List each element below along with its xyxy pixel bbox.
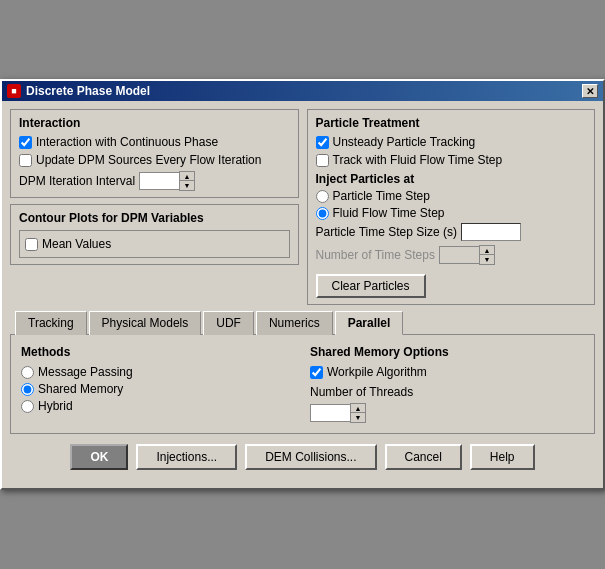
injections-button[interactable]: Injections... — [136, 444, 237, 470]
shared-memory-radio[interactable] — [21, 383, 34, 396]
particle-treatment-group: Particle Treatment Unsteady Particle Tra… — [307, 109, 596, 305]
particle-step-radio[interactable] — [316, 190, 329, 203]
track-fluid-label: Track with Fluid Flow Time Step — [333, 153, 503, 167]
num-timesteps-spin-up[interactable]: ▲ — [480, 246, 494, 255]
content-area: Interaction Interaction with Continuous … — [2, 101, 603, 488]
tab-bar: Tracking Physical Models UDF Numerics Pa… — [10, 311, 595, 335]
unsteady-tracking-checkbox[interactable] — [316, 136, 329, 149]
num-timesteps-label: Number of Time Steps — [316, 248, 435, 262]
update-dpm-label: Update DPM Sources Every Flow Iteration — [36, 153, 261, 167]
contour-title: Contour Plots for DPM Variables — [19, 211, 290, 225]
workpile-label: Workpile Algorithm — [327, 365, 427, 379]
num-timesteps-spin-buttons: ▲ ▼ — [479, 245, 495, 265]
tab-udf[interactable]: UDF — [203, 311, 254, 335]
interaction-group: Interaction Interaction with Continuous … — [10, 109, 299, 198]
message-passing-label: Message Passing — [38, 365, 133, 379]
num-threads-spin-buttons: ▲ ▼ — [350, 403, 366, 423]
mean-values-label: Mean Values — [42, 237, 111, 251]
cancel-button[interactable]: Cancel — [385, 444, 462, 470]
contour-inner-box: Mean Values — [19, 230, 290, 258]
inject-particles-title: Inject Particles at — [316, 172, 587, 186]
fluid-step-row: Fluid Flow Time Step — [316, 206, 587, 220]
continuous-phase-checkbox[interactable] — [19, 136, 32, 149]
right-panel: Particle Treatment Unsteady Particle Tra… — [307, 109, 596, 311]
hybrid-radio[interactable] — [21, 400, 34, 413]
shared-options-panel: Shared Memory Options Workpile Algorithm… — [310, 345, 584, 423]
contour-group: Contour Plots for DPM Variables Mean Val… — [10, 204, 299, 265]
top-panels: Interaction Interaction with Continuous … — [10, 109, 595, 311]
titlebar-left: ■ Discrete Phase Model — [7, 84, 150, 98]
num-threads-label: Number of Threads — [310, 385, 584, 399]
titlebar: ■ Discrete Phase Model ✕ — [2, 81, 603, 101]
hybrid-row: Hybrid — [21, 399, 295, 413]
num-timesteps-spinbox: 1 ▲ ▼ — [439, 245, 495, 265]
footer-bar: OK Injections... DEM Collisions... Cance… — [10, 434, 595, 480]
num-timesteps-row: Number of Time Steps 1 ▲ ▼ — [316, 245, 587, 265]
iteration-spin-buttons: ▲ ▼ — [179, 171, 195, 191]
iteration-interval-row: DPM Iteration Interval 10 ▲ ▼ — [19, 171, 290, 191]
message-passing-row: Message Passing — [21, 365, 295, 379]
shared-options-title: Shared Memory Options — [310, 345, 584, 359]
shared-memory-row: Shared Memory — [21, 382, 295, 396]
app-icon: ■ — [7, 84, 21, 98]
fluid-step-radio[interactable] — [316, 207, 329, 220]
workpile-checkbox[interactable] — [310, 366, 323, 379]
continuous-phase-label: Interaction with Continuous Phase — [36, 135, 218, 149]
track-fluid-checkbox[interactable] — [316, 154, 329, 167]
timestep-size-label: Particle Time Step Size (s) — [316, 225, 457, 239]
num-threads-input[interactable]: 4 — [310, 404, 350, 422]
unsteady-tracking-label: Unsteady Particle Tracking — [333, 135, 476, 149]
particle-step-label: Particle Time Step — [333, 189, 430, 203]
iteration-interval-input[interactable]: 10 — [139, 172, 179, 190]
track-fluid-row: Track with Fluid Flow Time Step — [316, 153, 587, 167]
hybrid-label: Hybrid — [38, 399, 73, 413]
tab-numerics[interactable]: Numerics — [256, 311, 333, 335]
update-dpm-checkbox[interactable] — [19, 154, 32, 167]
parallel-panels: Methods Message Passing Shared Memory Hy… — [21, 345, 584, 423]
iteration-spinbox: 10 ▲ ▼ — [139, 171, 195, 191]
iteration-spin-down[interactable]: ▼ — [180, 181, 194, 190]
methods-title: Methods — [21, 345, 295, 359]
num-timesteps-input[interactable]: 1 — [439, 246, 479, 264]
interaction-title: Interaction — [19, 116, 290, 130]
methods-panel: Methods Message Passing Shared Memory Hy… — [21, 345, 295, 423]
main-window: ■ Discrete Phase Model ✕ Interaction Int… — [0, 79, 605, 490]
num-threads-spin-down[interactable]: ▼ — [351, 413, 365, 422]
num-timesteps-spin-down[interactable]: ▼ — [480, 255, 494, 264]
ok-button[interactable]: OK — [70, 444, 128, 470]
num-threads-spin-up[interactable]: ▲ — [351, 404, 365, 413]
particle-treatment-title: Particle Treatment — [316, 116, 587, 130]
unsteady-tracking-row: Unsteady Particle Tracking — [316, 135, 587, 149]
tab-tracking[interactable]: Tracking — [15, 311, 87, 335]
window-title: Discrete Phase Model — [26, 84, 150, 98]
update-dpm-row: Update DPM Sources Every Flow Iteration — [19, 153, 290, 167]
timestep-size-row: Particle Time Step Size (s) 0.0001 — [316, 223, 587, 241]
iteration-interval-label: DPM Iteration Interval — [19, 174, 135, 188]
clear-particles-button[interactable]: Clear Particles — [316, 274, 426, 298]
workpile-row: Workpile Algorithm — [310, 365, 584, 379]
num-threads-spinbox: 4 ▲ ▼ — [310, 403, 584, 423]
mean-values-checkbox[interactable] — [25, 238, 38, 251]
shared-memory-label: Shared Memory — [38, 382, 123, 396]
message-passing-radio[interactable] — [21, 366, 34, 379]
help-button[interactable]: Help — [470, 444, 535, 470]
tab-content-parallel: Methods Message Passing Shared Memory Hy… — [10, 334, 595, 434]
particle-step-row: Particle Time Step — [316, 189, 587, 203]
tab-parallel[interactable]: Parallel — [335, 311, 404, 335]
tab-physical-models[interactable]: Physical Models — [89, 311, 202, 335]
timestep-size-input[interactable]: 0.0001 — [461, 223, 521, 241]
dem-collisions-button[interactable]: DEM Collisions... — [245, 444, 376, 470]
close-button[interactable]: ✕ — [582, 84, 598, 98]
iteration-spin-up[interactable]: ▲ — [180, 172, 194, 181]
num-threads-section: Number of Threads 4 ▲ ▼ — [310, 385, 584, 423]
continuous-phase-row: Interaction with Continuous Phase — [19, 135, 290, 149]
fluid-step-label: Fluid Flow Time Step — [333, 206, 445, 220]
left-panel: Interaction Interaction with Continuous … — [10, 109, 299, 311]
